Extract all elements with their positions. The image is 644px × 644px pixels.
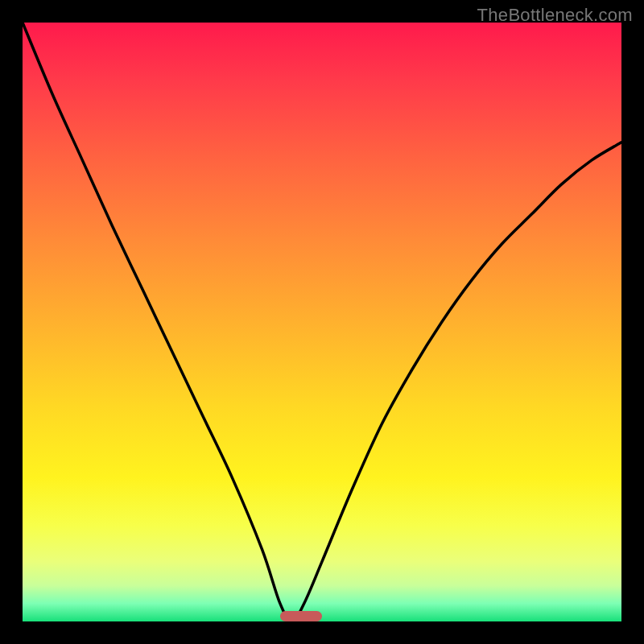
plot-area bbox=[23, 23, 621, 621]
chart-frame: TheBottleneck.com bbox=[0, 0, 644, 644]
optimal-range-marker bbox=[280, 611, 322, 621]
bottleneck-curve bbox=[23, 23, 621, 621]
